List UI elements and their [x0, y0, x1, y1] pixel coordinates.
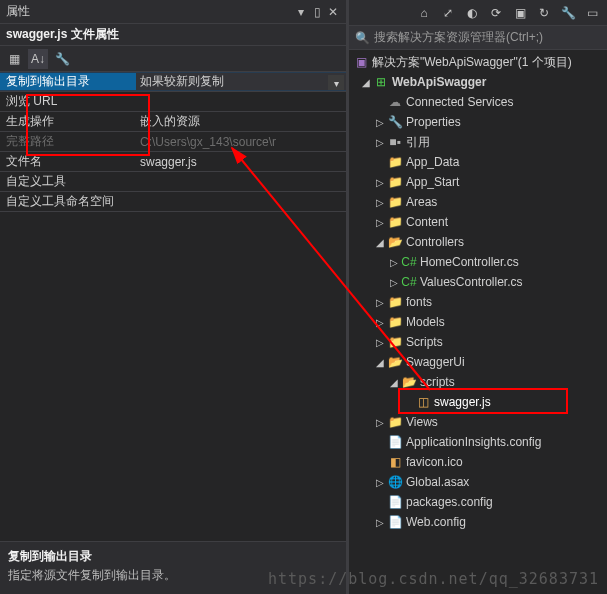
tree-label: 解决方案"WebApiSwagger"(1 个项目) [372, 54, 572, 71]
tree-item[interactable]: ▷ ■▪ 引用 [349, 132, 607, 152]
caret-right-icon[interactable]: ▷ [373, 137, 387, 148]
tree-item[interactable]: ◧ favicon.ico [349, 452, 607, 472]
alphabetical-icon[interactable]: A↓ [28, 49, 48, 69]
project-node[interactable]: ◢ ⊞ WebApiSwagger [349, 72, 607, 92]
folder-icon: 📁 [387, 175, 403, 189]
caret-down-icon[interactable]: ◢ [373, 357, 387, 368]
pin-icon[interactable]: ▯ [310, 5, 324, 19]
caret-right-icon[interactable]: ▷ [373, 217, 387, 228]
solution-node[interactable]: ▣ 解决方案"WebApiSwagger"(1 个项目) [349, 52, 607, 72]
chevron-down-icon[interactable]: ▾ [328, 75, 344, 90]
close-icon[interactable]: ✕ [326, 5, 340, 19]
tree-item[interactable]: ▷ C# ValuesController.cs [349, 272, 607, 292]
tree-label: swagger.js [434, 395, 491, 409]
caret-right-icon[interactable]: ▷ [373, 317, 387, 328]
tree-item-scripts-sub[interactable]: ◢ 📂 scripts [349, 372, 607, 392]
solution-tree: ▣ 解决方案"WebApiSwagger"(1 个项目) ◢ ⊞ WebApiS… [349, 50, 607, 594]
prop-value[interactable]: swagger.js [136, 155, 346, 169]
caret-right-icon[interactable]: ▷ [373, 117, 387, 128]
tree-label: Properties [406, 115, 461, 129]
collapse-icon[interactable]: ⤢ [439, 4, 457, 22]
folder-icon: 📁 [387, 315, 403, 329]
tree-item[interactable]: ▷ 📁 Areas [349, 192, 607, 212]
caret-right-icon[interactable]: ▷ [373, 297, 387, 308]
caret-right-icon[interactable]: ▷ [373, 417, 387, 428]
tree-label: HomeController.cs [420, 255, 519, 269]
tree-item[interactable]: ▷ 📁 Views [349, 412, 607, 432]
globe-icon: 🌐 [387, 475, 403, 489]
prop-label: 完整路径 [0, 133, 136, 150]
tree-item-controllers[interactable]: ◢ 📂 Controllers [349, 232, 607, 252]
tree-label: scripts [420, 375, 455, 389]
categorized-icon[interactable]: ▦ [4, 49, 24, 69]
prop-row-browse-url[interactable]: 浏览 URL [0, 92, 346, 112]
desc-title: 复制到输出目录 [8, 548, 338, 565]
caret-right-icon[interactable]: ▷ [373, 177, 387, 188]
caret-right-icon[interactable]: ▷ [373, 337, 387, 348]
search-icon: 🔍 [355, 31, 370, 45]
solution-icon: ▣ [353, 55, 369, 69]
prop-row-copy-to-output[interactable]: 复制到输出目录 如果较新则复制 ▾ [0, 72, 346, 92]
caret-down-icon[interactable]: ◢ [359, 77, 373, 88]
prop-label: 浏览 URL [0, 93, 136, 110]
tree-item[interactable]: ▷ 📄 Web.config [349, 512, 607, 532]
panel-title-text: 属性 [6, 3, 30, 20]
show-all-icon[interactable]: ▣ [511, 4, 529, 22]
tree-item[interactable]: 📄 packages.config [349, 492, 607, 512]
prop-row-custom-tool-ns[interactable]: 自定义工具命名空间 [0, 192, 346, 212]
tree-item-swagger-js[interactable]: ◫ swagger.js [349, 392, 607, 412]
tree-label: packages.config [406, 495, 493, 509]
folder-open-icon: 📂 [387, 235, 403, 249]
caret-right-icon[interactable]: ▷ [387, 277, 401, 288]
tree-label: 引用 [406, 134, 430, 151]
tree-item[interactable]: ▷ 📁 App_Start [349, 172, 607, 192]
tree-item[interactable]: ▷ 📁 fonts [349, 292, 607, 312]
tree-item[interactable]: ▷ 🔧 Properties [349, 112, 607, 132]
tree-item-swaggerui[interactable]: ◢ 📂 SwaggerUi [349, 352, 607, 372]
tree-item[interactable]: ▷ 🌐 Global.asax [349, 472, 607, 492]
caret-down-icon[interactable]: ◢ [373, 237, 387, 248]
tree-item[interactable]: 📄 ApplicationInsights.config [349, 432, 607, 452]
tree-label: Models [406, 315, 445, 329]
back-icon[interactable]: ◐ [463, 4, 481, 22]
caret-right-icon[interactable]: ▷ [373, 517, 387, 528]
tree-item[interactable]: ▷ 📁 Scripts [349, 332, 607, 352]
preview-icon[interactable]: ▭ [583, 4, 601, 22]
tree-item[interactable]: ▷ 📁 Models [349, 312, 607, 332]
search-box[interactable]: 🔍 搜索解决方案资源管理器(Ctrl+;) [349, 26, 607, 50]
caret-right-icon[interactable]: ▷ [373, 197, 387, 208]
home-icon[interactable]: ⌂ [415, 4, 433, 22]
caret-down-icon[interactable]: ◢ [387, 377, 401, 388]
prop-row-full-path[interactable]: 完整路径 C:\Users\gx_143\source\r [0, 132, 346, 152]
prop-label: 自定义工具命名空间 [0, 193, 136, 210]
dropdown-icon[interactable]: ▾ [294, 5, 308, 19]
prop-value[interactable]: 嵌入的资源 [136, 113, 346, 130]
wrench-icon[interactable]: 🔧 [52, 49, 72, 69]
prop-row-filename[interactable]: 文件名 swagger.js [0, 152, 346, 172]
cloud-icon: ☁ [387, 95, 403, 109]
caret-right-icon[interactable]: ▷ [373, 477, 387, 488]
tree-label: fonts [406, 295, 432, 309]
folder-icon: 📁 [387, 195, 403, 209]
sync-icon[interactable]: ⟳ [487, 4, 505, 22]
tree-item[interactable]: ▷ C# HomeController.cs [349, 252, 607, 272]
tree-label: favicon.ico [406, 455, 463, 469]
config-icon: 📄 [387, 495, 403, 509]
csharp-icon: C# [401, 275, 417, 289]
tree-item[interactable]: 📁 App_Data [349, 152, 607, 172]
tree-label: Global.asax [406, 475, 469, 489]
folder-open-icon: 📂 [387, 355, 403, 369]
caret-right-icon[interactable]: ▷ [387, 257, 401, 268]
prop-value[interactable]: 如果较新则复制 ▾ [136, 73, 346, 90]
tree-item[interactable]: ▷ 📁 Content [349, 212, 607, 232]
prop-row-custom-tool[interactable]: 自定义工具 [0, 172, 346, 192]
tree-label: App_Start [406, 175, 459, 189]
prop-label: 文件名 [0, 153, 136, 170]
favicon-icon: ◧ [387, 455, 403, 469]
prop-row-build-action[interactable]: 生成操作 嵌入的资源 [0, 112, 346, 132]
tree-label: ApplicationInsights.config [406, 435, 541, 449]
tree-item[interactable]: ☁ Connected Services [349, 92, 607, 112]
folder-icon: 📁 [387, 155, 403, 169]
properties-icon[interactable]: 🔧 [559, 4, 577, 22]
refresh-icon[interactable]: ↻ [535, 4, 553, 22]
